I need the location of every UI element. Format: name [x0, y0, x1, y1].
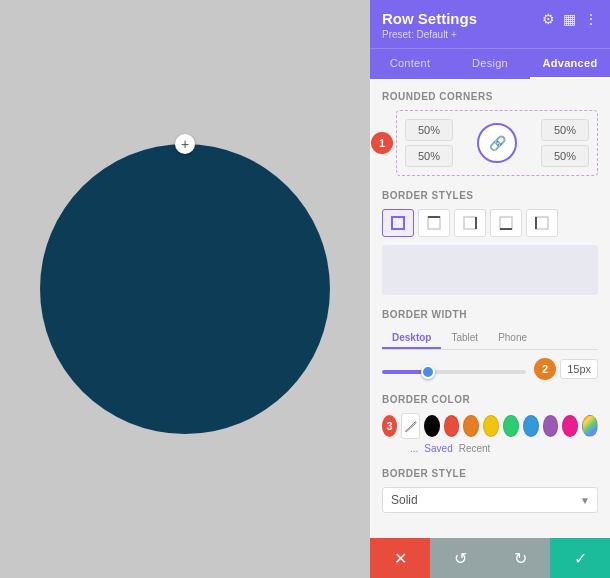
- settings-panel: Row Settings ⚙ ▦ ⋮ Preset: Default + Con…: [370, 0, 610, 578]
- settings-icon[interactable]: ⚙: [542, 11, 555, 27]
- saved-label[interactable]: Saved: [424, 443, 452, 454]
- slider-row: 2 15px: [382, 358, 598, 380]
- step-2-badge: 2: [534, 358, 556, 380]
- color-pink[interactable]: [562, 415, 578, 437]
- border-right-button[interactable]: [454, 209, 486, 237]
- tab-design[interactable]: Design: [450, 49, 530, 79]
- svg-rect-1: [428, 217, 440, 229]
- corner-bottom-right[interactable]: [541, 145, 589, 167]
- border-width-slider-container: [382, 360, 526, 378]
- color-more[interactable]: ...: [410, 443, 418, 454]
- panel-preset: Preset: Default +: [382, 29, 598, 40]
- color-red[interactable]: [444, 415, 460, 437]
- panel-header: Row Settings ⚙ ▦ ⋮ Preset: Default +: [370, 0, 610, 48]
- border-left-button[interactable]: [526, 209, 558, 237]
- save-icon: ✓: [574, 549, 587, 568]
- panel-header-icons: ⚙ ▦ ⋮: [542, 11, 598, 27]
- corner-top-left[interactable]: [405, 119, 453, 141]
- border-color-label: Border Color: [382, 394, 598, 405]
- panel-title: Row Settings: [382, 10, 477, 27]
- device-tabs: Desktop Tablet Phone: [382, 328, 598, 350]
- cancel-icon: ✕: [394, 549, 407, 568]
- tab-advanced[interactable]: Advanced: [530, 49, 610, 79]
- step-1-badge: 1: [371, 132, 393, 154]
- border-style-options: [382, 209, 598, 237]
- rounded-corners-section: Rounded Corners 1 🔗: [382, 91, 598, 176]
- step-3-badge: 3: [382, 415, 397, 437]
- color-blue[interactable]: [523, 415, 539, 437]
- redo-icon: ↻: [514, 549, 527, 568]
- border-preview: [382, 245, 598, 295]
- color-orange[interactable]: [463, 415, 479, 437]
- corner-bottom-left[interactable]: [405, 145, 453, 167]
- panel-footer: ✕ ↺ ↻ ✓: [370, 538, 610, 578]
- columns-icon[interactable]: ▦: [563, 11, 576, 27]
- svg-rect-0: [392, 217, 404, 229]
- border-style-label: Border Style: [382, 468, 598, 479]
- corner-grid: 🔗: [396, 110, 598, 176]
- eyedropper-button[interactable]: [401, 413, 420, 439]
- border-top-button[interactable]: [418, 209, 450, 237]
- svg-rect-3: [464, 217, 476, 229]
- color-green[interactable]: [503, 415, 519, 437]
- rounded-corners-label: Rounded Corners: [382, 91, 598, 102]
- color-actions: ... Saved Recent: [382, 443, 598, 454]
- svg-rect-7: [536, 217, 548, 229]
- border-styles-label: Border Styles: [382, 190, 598, 201]
- border-style-select[interactable]: None Solid Dashed Dotted Double: [382, 487, 598, 513]
- panel-tabs: Content Design Advanced: [370, 48, 610, 79]
- save-button[interactable]: ✓: [550, 538, 610, 578]
- undo-icon: ↺: [454, 549, 467, 568]
- more-icon[interactable]: ⋮: [584, 11, 598, 27]
- device-tab-desktop[interactable]: Desktop: [382, 328, 441, 349]
- border-width-slider[interactable]: [382, 370, 526, 374]
- border-all-button[interactable]: [382, 209, 414, 237]
- link-icon: 🔗: [489, 135, 506, 151]
- svg-point-9: [405, 429, 407, 431]
- undo-button[interactable]: ↺: [430, 538, 490, 578]
- border-style-section: Border Style None Solid Dashed Dotted Do…: [382, 468, 598, 513]
- color-row-wrapper: 3: [382, 413, 598, 439]
- device-tab-tablet[interactable]: Tablet: [441, 328, 488, 349]
- cancel-button[interactable]: ✕: [370, 538, 430, 578]
- color-yellow[interactable]: [483, 415, 499, 437]
- svg-rect-5: [500, 217, 512, 229]
- tab-content[interactable]: Content: [370, 49, 450, 79]
- circle-shape: +: [40, 144, 330, 434]
- border-style-select-wrapper: None Solid Dashed Dotted Double ▼: [382, 487, 598, 513]
- color-black[interactable]: [424, 415, 440, 437]
- corner-top-right[interactable]: [541, 119, 589, 141]
- border-width-label: Border Width: [382, 309, 598, 320]
- corner-link-button[interactable]: 🔗: [477, 123, 517, 163]
- redo-button[interactable]: ↻: [490, 538, 550, 578]
- color-gradient[interactable]: [582, 415, 598, 437]
- device-tab-phone[interactable]: Phone: [488, 328, 537, 349]
- border-bottom-button[interactable]: [490, 209, 522, 237]
- recent-label[interactable]: Recent: [459, 443, 491, 454]
- canvas-area: +: [0, 0, 370, 578]
- border-width-section: Border Width Desktop Tablet Phone 2 15px: [382, 309, 598, 380]
- panel-content: Rounded Corners 1 🔗 Border Styles: [370, 79, 610, 538]
- border-width-value[interactable]: 15px: [560, 359, 598, 379]
- border-styles-section: Border Styles: [382, 190, 598, 295]
- add-element-button[interactable]: +: [175, 134, 195, 154]
- color-purple[interactable]: [543, 415, 559, 437]
- border-color-section: Border Color 3 .: [382, 394, 598, 454]
